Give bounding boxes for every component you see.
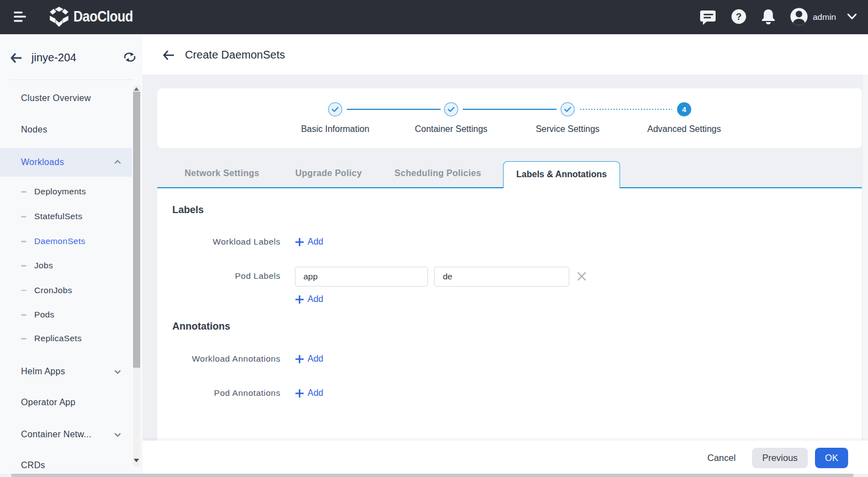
svg-text:?: ? xyxy=(736,12,742,22)
svg-text:4: 4 xyxy=(682,105,686,114)
